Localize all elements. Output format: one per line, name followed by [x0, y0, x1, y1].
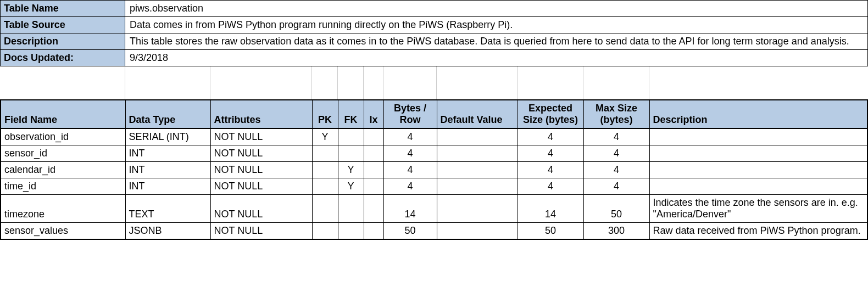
cell-fk: Y — [338, 178, 364, 194]
cell-field-name: time_id — [1, 178, 125, 194]
cell-ix — [364, 178, 383, 194]
table-row: calendar_idINTNOT NULLY444 — [1, 161, 867, 178]
cell-pk — [312, 145, 338, 161]
meta-value-table-source: Data comes in from PiWS Python program r… — [125, 17, 868, 33]
cell-expected-size: 4 — [518, 161, 583, 178]
cell-pk — [312, 194, 338, 222]
cell-ix — [364, 145, 383, 161]
table-row: timezoneTEXTNOT NULL141450Indicates the … — [1, 194, 867, 222]
cell-description — [649, 161, 867, 178]
cell-bytes-row: 4 — [383, 161, 437, 178]
cell-attributes: NOT NULL — [210, 145, 312, 161]
cell-data-type: JSONB — [125, 222, 210, 239]
cell-expected-size: 4 — [518, 128, 583, 145]
cell-expected-size: 4 — [518, 145, 583, 161]
cell-description: Raw data received from PiWS Python progr… — [649, 222, 867, 239]
meta-table: Table Name piws.observation Table Source… — [0, 0, 868, 99]
header-fk: FK — [338, 100, 364, 128]
blank-row — [1, 66, 868, 83]
header-field-name: Field Name — [1, 100, 125, 128]
cell-default-value — [437, 194, 518, 222]
cell-data-type: INT — [125, 178, 210, 194]
cell-description — [649, 178, 867, 194]
cell-field-name: sensor_id — [1, 145, 125, 161]
cell-field-name: timezone — [1, 194, 125, 222]
table-row: sensor_valuesJSONBNOT NULL5050300Raw dat… — [1, 222, 867, 239]
cell-bytes-row: 50 — [383, 222, 437, 239]
meta-value-docs-updated: 9/3/2018 — [125, 50, 868, 66]
cell-default-value — [437, 161, 518, 178]
meta-row-table-source: Table Source Data comes in from PiWS Pyt… — [1, 17, 868, 33]
cell-max-size: 4 — [583, 128, 649, 145]
meta-label-description: Description — [1, 33, 125, 50]
cell-description: Indicates the time zone the sensors are … — [649, 194, 867, 222]
header-expected-size: Expected Size (bytes) — [518, 100, 583, 128]
cell-pk — [312, 222, 338, 239]
cell-data-type: INT — [125, 161, 210, 178]
header-default-value: Default Value — [437, 100, 518, 128]
cell-max-size: 50 — [583, 194, 649, 222]
blank-row — [1, 83, 868, 99]
meta-value-table-name: piws.observation — [125, 1, 868, 17]
cell-pk — [312, 178, 338, 194]
cell-ix — [364, 194, 383, 222]
table-row: observation_idSERIAL (INT)NOT NULLY444 — [1, 128, 867, 145]
cell-pk — [312, 161, 338, 178]
cell-pk: Y — [312, 128, 338, 145]
cell-fk — [338, 145, 364, 161]
meta-label-table-name: Table Name — [1, 1, 125, 17]
meta-row-docs-updated: Docs Updated: 9/3/2018 — [1, 50, 868, 66]
table-row: sensor_idINTNOT NULL444 — [1, 145, 867, 161]
schema-table: Field Name Data Type Attributes PK FK Ix… — [0, 99, 868, 240]
cell-expected-size: 50 — [518, 222, 583, 239]
cell-data-type: SERIAL (INT) — [125, 128, 210, 145]
cell-attributes: NOT NULL — [210, 194, 312, 222]
cell-bytes-row: 4 — [383, 128, 437, 145]
header-ix: Ix — [364, 100, 383, 128]
cell-field-name: observation_id — [1, 128, 125, 145]
schema-header-row: Field Name Data Type Attributes PK FK Ix… — [1, 100, 867, 128]
cell-fk — [338, 222, 364, 239]
header-max-size: Max Size (bytes) — [583, 100, 649, 128]
meta-value-description: This table stores the raw observation da… — [125, 33, 868, 50]
cell-bytes-row: 4 — [383, 178, 437, 194]
table-row: time_idINTNOT NULLY444 — [1, 178, 867, 194]
cell-max-size: 300 — [583, 222, 649, 239]
cell-ix — [364, 128, 383, 145]
cell-field-name: sensor_values — [1, 222, 125, 239]
header-data-type: Data Type — [125, 100, 210, 128]
cell-data-type: INT — [125, 145, 210, 161]
cell-default-value — [437, 178, 518, 194]
cell-max-size: 4 — [583, 145, 649, 161]
meta-row-table-name: Table Name piws.observation — [1, 1, 868, 17]
cell-attributes: NOT NULL — [210, 178, 312, 194]
cell-default-value — [437, 128, 518, 145]
cell-default-value — [437, 222, 518, 239]
cell-fk — [338, 128, 364, 145]
cell-expected-size: 14 — [518, 194, 583, 222]
cell-attributes: NOT NULL — [210, 128, 312, 145]
cell-description — [649, 128, 867, 145]
cell-attributes: NOT NULL — [210, 222, 312, 239]
cell-bytes-row: 4 — [383, 145, 437, 161]
cell-field-name: calendar_id — [1, 161, 125, 178]
cell-data-type: TEXT — [125, 194, 210, 222]
cell-fk: Y — [338, 161, 364, 178]
header-description: Description — [649, 100, 867, 128]
cell-max-size: 4 — [583, 178, 649, 194]
cell-attributes: NOT NULL — [210, 161, 312, 178]
meta-label-table-source: Table Source — [1, 17, 125, 33]
cell-description — [649, 145, 867, 161]
cell-expected-size: 4 — [518, 178, 583, 194]
cell-default-value — [437, 145, 518, 161]
cell-bytes-row: 14 — [383, 194, 437, 222]
meta-label-docs-updated: Docs Updated: — [1, 50, 125, 66]
header-bytes-row: Bytes / Row — [383, 100, 437, 128]
cell-max-size: 4 — [583, 161, 649, 178]
header-pk: PK — [312, 100, 338, 128]
meta-row-description: Description This table stores the raw ob… — [1, 33, 868, 50]
cell-ix — [364, 161, 383, 178]
cell-fk — [338, 194, 364, 222]
cell-ix — [364, 222, 383, 239]
header-attributes: Attributes — [210, 100, 312, 128]
